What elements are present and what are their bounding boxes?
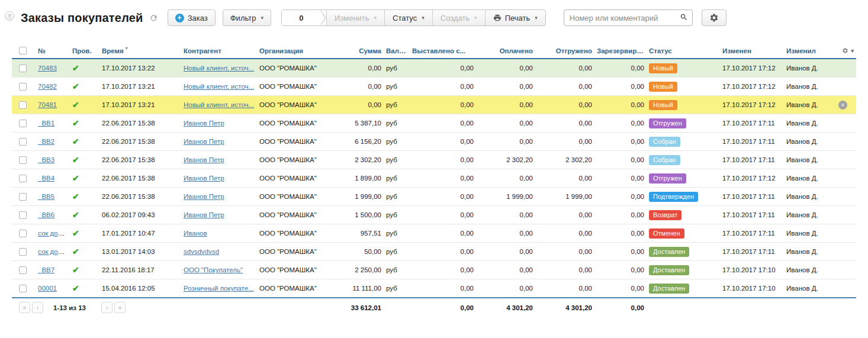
row-checkbox[interactable]: [19, 138, 27, 146]
order-number-link[interactable]: сок добр...: [38, 248, 70, 255]
counterparty-link[interactable]: Иванов Петр: [184, 138, 224, 145]
close-icon[interactable]: ×: [838, 101, 847, 110]
row-checkbox[interactable]: [19, 101, 27, 109]
last-page-button[interactable]: »: [114, 302, 126, 313]
row-checkbox[interactable]: [19, 156, 27, 164]
table-row[interactable]: 00001 ✔ 15.04.2016 12:05 Розничный покуп…: [12, 279, 856, 298]
edit-label: Изменить: [335, 14, 369, 22]
column-label: Оплачено: [500, 47, 533, 54]
column-header-currency[interactable]: Валюта: [384, 44, 410, 59]
toolbar: ? Заказы покупателей + Заказ Фильтр ▾ 0 …: [0, 0, 868, 28]
create-order-button[interactable]: + Заказ: [168, 9, 216, 26]
column-header-sum[interactable]: Сумма: [329, 44, 384, 59]
first-page-button[interactable]: «: [19, 302, 30, 313]
approved-check-icon: ✔: [72, 247, 79, 256]
column-header-number[interactable]: №: [36, 44, 70, 59]
table-row[interactable]: _BB7 ✔ 22.11.2016 18:17 ООО "Покупатель"…: [12, 261, 856, 279]
counterparty-link[interactable]: Иванов Петр: [184, 211, 224, 218]
bulk-actions-group: 0 Изменить ▾ Статус ▾ Создать ▾ Печать ▾: [281, 9, 546, 26]
row-checkbox[interactable]: [19, 266, 27, 274]
counterparty-link[interactable]: Иванов: [184, 230, 207, 237]
counterparty-link[interactable]: Новый клиент, источ...: [184, 83, 254, 90]
table-row[interactable]: сок добр... ✔ 13.01.2017 14:03 sdvsdvdvs…: [12, 243, 856, 261]
column-header-paid[interactable]: Оплачено: [476, 44, 535, 59]
order-number-link[interactable]: сок добр...: [38, 230, 70, 237]
column-settings-button[interactable]: ▾: [836, 44, 856, 59]
help-icon[interactable]: ?: [5, 11, 14, 21]
filter-button[interactable]: Фильтр ▾: [223, 9, 271, 26]
order-number-link[interactable]: _BB3: [38, 156, 54, 163]
order-number-link[interactable]: _BB6: [38, 211, 54, 218]
counterparty-link[interactable]: Новый клиент, источ...: [184, 65, 254, 72]
status-button[interactable]: Статус ▾: [384, 10, 432, 25]
column-header-counterparty[interactable]: Контрагент: [181, 44, 257, 59]
organization-cell: ООО "РОМАШКА": [257, 261, 329, 279]
table-row[interactable]: _BB6 ✔ 06.02.2017 09:43 Иванов Петр ООО …: [12, 206, 856, 224]
column-header-modified-by[interactable]: Изменил: [784, 44, 836, 59]
row-checkbox[interactable]: [19, 83, 27, 91]
table-row[interactable]: сок добр... ✔ 17.01.2017 10:47 Иванов ОО…: [12, 224, 856, 243]
table-row[interactable]: 70482 ✔ 17.10.2017 13:21 Новый клиент, и…: [12, 78, 856, 96]
row-checkbox[interactable]: [19, 285, 27, 292]
select-all-checkbox[interactable]: [19, 47, 27, 54]
row-checkbox[interactable]: [19, 230, 27, 237]
row-checkbox[interactable]: [19, 65, 27, 72]
counterparty-link[interactable]: Иванов Петр: [184, 193, 224, 200]
table-row[interactable]: _BB4 ✔ 22.06.2017 15:38 Иванов Петр ООО …: [12, 169, 856, 188]
search-icon[interactable]: [680, 13, 688, 24]
column-header-status[interactable]: Статус: [647, 44, 720, 59]
table-row[interactable]: _BB3 ✔ 22.06.2017 15:38 Иванов Петр ООО …: [12, 151, 856, 169]
counterparty-link[interactable]: sdvsdvdvsd: [184, 248, 219, 255]
counterparty-link[interactable]: ООО "Покупатель": [184, 266, 243, 273]
order-number-link[interactable]: _BB5: [38, 193, 54, 200]
order-number-link[interactable]: 00001: [38, 285, 57, 292]
row-checkbox[interactable]: [19, 248, 27, 256]
organization-cell: ООО "РОМАШКА": [257, 206, 329, 224]
create-button[interactable]: Создать ▾: [432, 10, 485, 25]
table-row[interactable]: _BB2 ✔ 22.06.2017 15:38 Иванов Петр ООО …: [12, 133, 856, 151]
counterparty-link[interactable]: Иванов Петр: [184, 120, 224, 127]
counterparty-link[interactable]: Розничный покупате...: [184, 285, 254, 292]
table-row[interactable]: _BB1 ✔ 22.06.2017 15:38 Иванов Петр ООО …: [12, 114, 856, 133]
counterparty-link[interactable]: Иванов Петр: [184, 175, 224, 182]
order-number-link[interactable]: _BB1: [38, 120, 54, 127]
prev-page-button[interactable]: ‹: [32, 302, 43, 313]
table-row[interactable]: 70481 ✔ 17.10.2017 13:21 Новый клиент, и…: [12, 96, 856, 114]
print-button[interactable]: Печать ▾: [485, 10, 545, 25]
shipped-cell: 0,00: [535, 78, 594, 96]
counterparty-link[interactable]: Новый клиент, источ...: [184, 101, 254, 108]
table-row[interactable]: 70483 ✔ 17.10.2017 13:22 Новый клиент, и…: [12, 59, 856, 78]
order-number-link[interactable]: _BB2: [38, 138, 54, 145]
row-checkbox[interactable]: [19, 211, 27, 219]
order-number-link[interactable]: 70481: [38, 101, 57, 108]
settings-button[interactable]: [702, 9, 726, 26]
search-input[interactable]: [564, 9, 693, 26]
next-page-button[interactable]: ›: [101, 302, 112, 313]
refresh-icon[interactable]: [149, 14, 158, 22]
order-time: 15.04.2016 12:05: [99, 279, 181, 298]
order-number-link[interactable]: _BB7: [38, 266, 54, 273]
column-header-invoiced[interactable]: Выставлено с...: [410, 44, 476, 59]
order-number-link[interactable]: _BB4: [38, 175, 54, 182]
approved-check-icon: ✔: [72, 137, 79, 146]
row-checkbox[interactable]: [19, 193, 27, 201]
column-header-organization[interactable]: Организация: [257, 44, 329, 59]
column-header-modified[interactable]: Изменен: [720, 44, 784, 59]
column-header-approved[interactable]: Пров.: [70, 44, 99, 59]
status-badge: Доставлен: [649, 247, 689, 257]
column-label: Изменил: [786, 47, 816, 54]
orders-table-body: 70483 ✔ 17.10.2017 13:22 Новый клиент, и…: [12, 59, 856, 298]
order-time: 22.06.2017 15:38: [99, 188, 181, 206]
currency-cell: руб: [384, 279, 410, 298]
column-header-reserved[interactable]: Зарезервиро...: [594, 44, 647, 59]
column-header-time[interactable]: Время▾: [99, 44, 181, 59]
order-number-link[interactable]: 70482: [38, 83, 57, 90]
modified-by-cell: Иванов Д.: [784, 279, 836, 298]
row-checkbox[interactable]: [19, 175, 27, 182]
row-checkbox[interactable]: [19, 120, 27, 127]
counterparty-link[interactable]: Иванов Петр: [184, 156, 224, 163]
order-number-link[interactable]: 70483: [38, 65, 57, 72]
edit-button[interactable]: Изменить ▾: [326, 10, 384, 25]
table-row[interactable]: _BB5 ✔ 22.06.2017 15:38 Иванов Петр ООО …: [12, 188, 856, 206]
column-header-shipped[interactable]: Отгружено: [535, 44, 594, 59]
